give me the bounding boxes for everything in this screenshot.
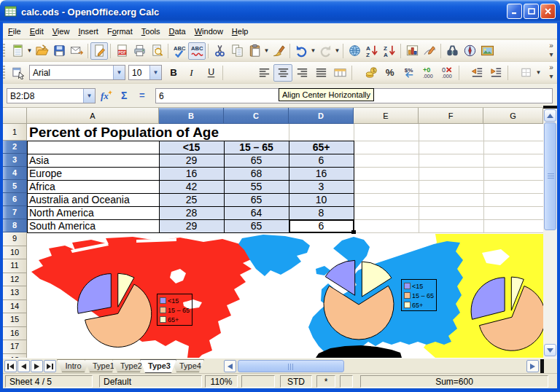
chart-object[interactable]: <1515 – 6565+<1515 – 6565+ <box>27 234 543 358</box>
print-button[interactable] <box>131 42 148 60</box>
sheet-grid[interactable]: Percent of Population of Age <1515 – 656… <box>27 124 543 358</box>
table-header-cell[interactable]: <15 <box>159 141 224 154</box>
font-name-dropdown[interactable]: ▼ <box>113 66 125 79</box>
hyperlink-button[interactable] <box>346 42 363 60</box>
table-value-cell[interactable]: 28 <box>159 206 224 219</box>
page-preview-button[interactable] <box>148 42 166 60</box>
maximize-button[interactable] <box>524 4 539 19</box>
close-button[interactable] <box>540 4 556 19</box>
menu-insert[interactable]: Insert <box>74 25 103 38</box>
email-button[interactable] <box>68 42 85 60</box>
styles-button[interactable] <box>9 64 28 82</box>
sheet-tab-type4[interactable]: Type4 <box>171 359 204 372</box>
table-region-cell[interactable]: Asia <box>27 154 159 167</box>
table-region-cell[interactable]: Africa <box>27 180 159 193</box>
row-header-6[interactable]: 6 <box>3 193 27 206</box>
redo-dropdown[interactable]: ▼ <box>334 42 341 60</box>
open-folder-button[interactable] <box>33 42 50 60</box>
borders-button[interactable] <box>516 64 535 82</box>
menu-help[interactable]: Help <box>228 25 253 38</box>
align-left-button[interactable] <box>254 64 273 82</box>
table-header-cell[interactable]: 15 – 65 <box>224 141 289 154</box>
vertical-scroll-thumb[interactable] <box>544 122 556 230</box>
table-value-cell[interactable]: 64 <box>224 206 289 219</box>
edit-file-button[interactable] <box>90 42 108 60</box>
table-value-cell[interactable]: 10 <box>289 193 354 206</box>
sum-icon[interactable]: Σ <box>117 87 133 103</box>
insert-chart-button[interactable] <box>403 42 421 60</box>
gallery-button[interactable] <box>478 42 496 60</box>
horizontal-scroll-thumb[interactable] <box>238 360 344 372</box>
column-header-E[interactable]: E <box>354 108 419 124</box>
draw-functions-button[interactable] <box>421 42 438 60</box>
row-header-12[interactable]: 12 <box>3 273 27 287</box>
sheet-tab-type3[interactable]: Type3 <box>140 359 176 373</box>
toolbar-grip[interactable] <box>3 66 5 80</box>
first-sheet-button[interactable] <box>4 360 17 372</box>
column-header-A[interactable]: A <box>27 108 159 124</box>
last-sheet-button[interactable] <box>44 360 56 372</box>
table-value-cell[interactable]: 8 <box>289 206 354 219</box>
hscroll-right-button[interactable] <box>526 360 539 372</box>
column-header-B[interactable]: B <box>159 108 224 124</box>
italic-button[interactable]: I <box>182 64 201 82</box>
redo-button[interactable] <box>316 42 334 60</box>
sort-ascending-button[interactable]: AZ <box>363 42 381 60</box>
minimize-button[interactable] <box>507 4 522 19</box>
table-region-cell[interactable]: North America <box>27 206 159 219</box>
sort-descending-button[interactable]: ZA <box>381 42 398 60</box>
format-paintbrush-button[interactable] <box>270 42 287 60</box>
cut-button[interactable] <box>211 42 228 60</box>
formula-icon[interactable]: = <box>136 87 152 103</box>
name-box[interactable]: B2:D8 ▼ <box>7 88 96 103</box>
column-header-F[interactable]: F <box>419 108 483 124</box>
font-size-combo[interactable]: 10▼ <box>128 65 162 80</box>
vertical-split-handle[interactable] <box>543 106 557 109</box>
merge-cells-button[interactable] <box>330 64 349 82</box>
vertical-scrollbar[interactable] <box>543 108 557 358</box>
toolbar-overflow-button[interactable]: »▾ <box>546 42 556 60</box>
table-value-cell[interactable]: 29 <box>159 154 224 167</box>
row-header-4[interactable]: 4 <box>3 167 27 180</box>
align-center-button[interactable] <box>273 64 292 82</box>
table-value-cell[interactable]: 65 <box>224 219 289 232</box>
previous-sheet-button[interactable] <box>18 360 30 372</box>
scroll-up-button[interactable] <box>544 109 556 122</box>
copy-button[interactable] <box>228 42 246 60</box>
find-replace-button[interactable] <box>443 42 461 60</box>
row-header-8[interactable]: 8 <box>3 219 27 232</box>
table-value-cell[interactable]: 55 <box>224 180 289 193</box>
font-name-combo[interactable]: Arial▼ <box>29 65 125 80</box>
export-pdf-button[interactable]: PDF <box>113 42 131 60</box>
align-right-button[interactable] <box>292 64 311 82</box>
sheet-tab-type1[interactable]: Type1 <box>85 359 117 372</box>
underline-button[interactable]: U <box>201 64 220 82</box>
undo-button[interactable] <box>292 42 310 60</box>
table-region-cell[interactable]: Europe <box>27 167 159 180</box>
table-value-cell[interactable]: 65 <box>224 154 289 167</box>
row-header-9[interactable]: 9 <box>3 232 27 246</box>
menu-tools[interactable]: Tools <box>137 25 165 38</box>
paste-dropdown[interactable]: ▼ <box>263 42 270 60</box>
row-header-16[interactable]: 16 <box>3 327 27 341</box>
row-header-10[interactable]: 10 <box>3 246 27 260</box>
menu-file[interactable]: File <box>4 25 26 38</box>
standard-format-button[interactable]: $% <box>400 64 419 82</box>
table-value-cell[interactable]: 42 <box>159 180 224 193</box>
new-document-button[interactable] <box>9 42 26 60</box>
percent-button[interactable]: % <box>381 64 400 82</box>
menu-data[interactable]: Data <box>164 25 190 38</box>
decrease-indent-button[interactable] <box>467 64 486 82</box>
hscroll-left-button[interactable] <box>224 360 236 372</box>
menu-edit[interactable]: Edit <box>26 25 48 38</box>
increase-indent-button[interactable] <box>486 64 505 82</box>
sheet-tab-type2[interactable]: Type2 <box>112 359 145 372</box>
row-header-3[interactable]: 3 <box>3 154 27 167</box>
table-value-cell[interactable]: 6 <box>289 219 354 232</box>
new-document-dropdown[interactable]: ▼ <box>26 42 33 60</box>
row-header-15[interactable]: 15 <box>3 313 27 327</box>
select-all-corner[interactable] <box>3 108 27 124</box>
table-value-cell[interactable]: 16 <box>289 167 354 180</box>
column-header-D[interactable]: D <box>289 108 354 124</box>
bold-button[interactable]: B <box>163 64 182 82</box>
